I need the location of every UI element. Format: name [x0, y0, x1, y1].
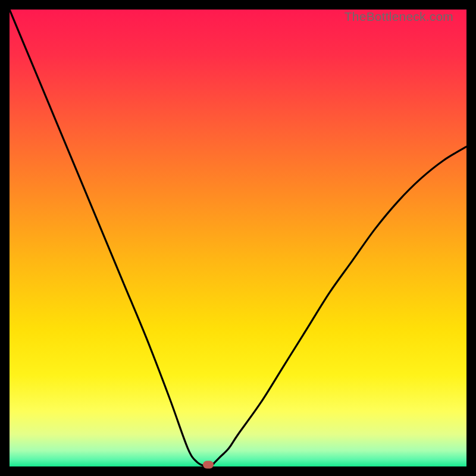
chart-frame: TheBottleneck.com [10, 10, 466, 466]
selection-marker [203, 461, 214, 468]
watermark-text: TheBottleneck.com [345, 10, 453, 24]
bottleneck-curve [10, 10, 466, 466]
